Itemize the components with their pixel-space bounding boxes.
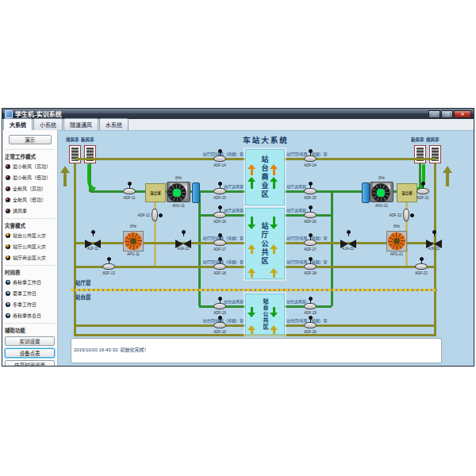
duct-label: 站台送风管 — [286, 299, 358, 304]
ahu-fan-icon[interactable] — [371, 183, 390, 202]
sidebar-item[interactable]: 最小新风（低功） — [6, 174, 55, 181]
device-label: ADF-28 — [294, 271, 326, 275]
damper-icon[interactable] — [213, 322, 226, 328]
damper-icon[interactable] — [213, 263, 226, 270]
flow-arrow-stem — [273, 181, 275, 189]
damper-icon[interactable] — [102, 263, 115, 270]
sidebar-item[interactable]: 站厅公共区火灾 — [6, 243, 55, 250]
sidebar-item-label: 站厅商业区火灾 — [13, 254, 46, 261]
damper-icon[interactable] — [213, 303, 226, 309]
damper-icon[interactable] — [304, 322, 317, 328]
device-label: AHU-11 — [163, 204, 194, 208]
motor-stem — [348, 233, 349, 236]
demo-button[interactable]: 演示 — [9, 135, 52, 144]
hz-label: 0Hz — [366, 176, 397, 180]
damper-icon[interactable] — [213, 188, 226, 194]
valve-icon[interactable] — [85, 237, 101, 246]
motor-stem — [93, 233, 94, 236]
device-label: ADF-22 — [384, 213, 401, 217]
aux-button[interactable]: 实训设置 — [5, 336, 55, 346]
sidebar-item-label: 通风季 — [13, 207, 27, 214]
damper-icon[interactable] — [304, 188, 317, 194]
damper-icon[interactable] — [213, 155, 226, 162]
sidebar-item[interactable]: 通风季 — [6, 207, 55, 214]
fan-icon — [6, 175, 10, 180]
floor-separator — [71, 289, 437, 291]
device-label: ADF-19 — [204, 311, 236, 315]
shaft-label: 排风亭 — [426, 136, 440, 143]
damper-icon[interactable] — [304, 212, 317, 218]
device-label: AJF-11 — [77, 247, 109, 251]
flow-arrow-stem — [251, 168, 253, 175]
fire-icon — [6, 233, 10, 238]
sidebar-item[interactable]: 全新风（低功） — [6, 196, 55, 203]
damper-icon[interactable] — [304, 240, 317, 246]
exhaust-fan[interactable] — [123, 231, 144, 251]
app-icon — [5, 110, 13, 118]
valve-icon[interactable] — [426, 237, 442, 246]
minimize-button[interactable] — [428, 110, 440, 118]
close-button[interactable] — [454, 110, 471, 118]
zone-label: 站台商业区 — [260, 155, 271, 199]
damper-icon[interactable] — [152, 209, 158, 221]
damper-icon[interactable] — [213, 212, 226, 218]
fan-impeller-icon — [125, 232, 142, 250]
damper-icon[interactable] — [415, 263, 428, 270]
motor-stem — [183, 233, 184, 236]
sidebar-item-label: 站厅公共区火灾 — [13, 243, 46, 250]
damper-icon[interactable] — [213, 240, 226, 246]
sidebar-item[interactable]: 冬季工作日 — [6, 301, 55, 308]
sidebar-item[interactable]: 最小新风（高功） — [6, 163, 55, 170]
damper-icon[interactable] — [304, 303, 317, 309]
motor-dot — [410, 213, 414, 217]
fire-icon — [6, 255, 10, 260]
tab-大系统[interactable]: 大系统 — [3, 118, 33, 131]
hz-label: 0Hz — [163, 176, 194, 180]
damper-icon[interactable] — [403, 209, 409, 221]
fan-icon — [6, 186, 10, 191]
sidebar-item[interactable]: 夏季工作日 — [6, 290, 55, 297]
fire-icon — [6, 244, 10, 249]
sidebar-item-label: 夏季工作日 — [13, 290, 36, 297]
damper-icon[interactable] — [304, 263, 317, 270]
sidebar-item[interactable]: 站厅商业区火灾 — [6, 254, 55, 261]
device-label: ADF-17 — [204, 248, 236, 251]
exhaust-fan[interactable] — [386, 231, 407, 251]
floor-label-lower: 站台层 — [75, 293, 91, 301]
vent-shaft — [84, 145, 96, 163]
sidebar-item[interactable]: 春秋季休息日 — [6, 312, 55, 319]
maximize-button[interactable] — [441, 110, 453, 118]
aux-header: 辅助功能 — [5, 323, 55, 334]
tab-小系统[interactable]: 小系统 — [33, 118, 63, 130]
damper-icon[interactable] — [304, 155, 317, 162]
device-label: ADF-13 — [93, 271, 125, 275]
mixing-chamber[interactable]: 混合室 — [145, 183, 166, 202]
valve-icon[interactable] — [340, 237, 356, 246]
sidebar-item[interactable]: 全新风（高功） — [6, 185, 55, 192]
log-box: 2015/10/20 16:43:33: 初始化完成！ — [71, 338, 442, 363]
vent-shaft — [429, 145, 441, 163]
sidebar: 演示 正常工作模式最小新风（高功）最小新风（低功）全新风（高功）全新风（低功）通… — [2, 130, 58, 366]
screenshot-stage: 学生机-实训系统 大系统小系统隧道通风水系统 演示 正常工作模式最小新风（高功）… — [0, 0, 476, 476]
damper-icon[interactable] — [416, 188, 429, 194]
sidebar-item[interactable]: 站台公共区火灾 — [6, 232, 55, 239]
flow-arrow-stem — [251, 248, 253, 254]
aux-button[interactable]: 设备点表 — [5, 348, 55, 358]
damper-icon[interactable] — [123, 188, 136, 194]
sidebar-item-label: 最小新风（低功） — [13, 174, 51, 181]
flow-arrow-stem — [251, 272, 253, 278]
sidebar-item[interactable]: 春秋季工作日 — [6, 278, 55, 286]
tab-隧道通风[interactable]: 隧道通风 — [63, 118, 98, 130]
device-label: AJF-21 — [418, 247, 450, 251]
flow-arrow-stem — [251, 307, 253, 313]
device-label: ADF-25 — [294, 196, 326, 200]
valve-icon[interactable] — [175, 237, 191, 246]
aux-button[interactable]: 仿真时间设置 — [5, 360, 55, 366]
filter-icon — [362, 182, 370, 203]
sidebar-item-label: 最小新风（高功） — [13, 163, 51, 170]
ahu-fan-icon[interactable] — [167, 183, 186, 202]
sidebar-item-label: 春秋季休息日 — [13, 312, 41, 319]
tab-水系统[interactable]: 水系统 — [99, 118, 129, 130]
clock-icon — [6, 313, 10, 318]
device-label: ADF-11 — [113, 196, 145, 200]
